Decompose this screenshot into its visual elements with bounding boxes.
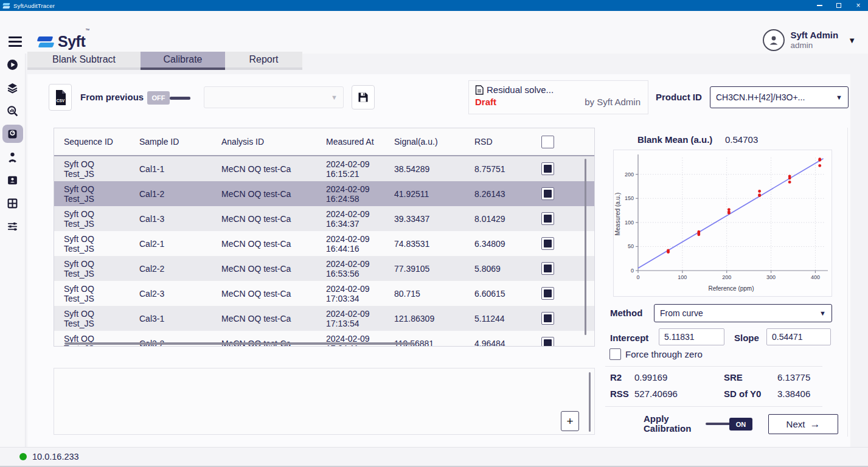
tab-blank-subtract[interactable]: Blank Subtract [27, 52, 141, 70]
save-floppy-icon [357, 91, 369, 103]
select-all-checkbox[interactable] [541, 136, 554, 148]
column-header: Sequence ID [64, 137, 139, 147]
syft-logo: Syft™ [38, 33, 89, 50]
minimize-icon[interactable] [810, 0, 829, 11]
cell-rsd: 5.8069 [474, 264, 541, 274]
cell-sample-id: Cal2-3 [139, 289, 221, 299]
doc-author: by Syft Admin [585, 97, 641, 107]
blank-mean-value: 0.54703 [725, 134, 758, 145]
tab-report[interactable]: Report [225, 52, 302, 70]
cell-analysis-id: MeCN OQ test-Ca [221, 314, 326, 323]
doc-name: Residual solve... [487, 85, 554, 95]
cell-sample-id: Cal2-2 [139, 264, 221, 274]
cell-measured-at: 2024-02-0917:13:54 [326, 309, 394, 328]
table-row[interactable]: Syft OQ Test_JSCal1-1MeCN OQ test-Ca2024… [54, 156, 594, 181]
add-button[interactable]: + [561, 411, 579, 431]
intercept-field[interactable]: 5.11831 [659, 328, 724, 345]
stat-label: SRE [724, 372, 777, 382]
cell-analysis-id: MeCN OQ test-Ca [221, 264, 326, 274]
table-horizontal-scrollbar[interactable] [64, 342, 414, 345]
stat-label: SD of Y0 [724, 389, 777, 399]
window-title: SyftAuditTracer [13, 2, 55, 9]
row-checkbox[interactable] [541, 337, 554, 347]
table-vertical-scrollbar[interactable] [585, 159, 586, 335]
save-button[interactable] [352, 85, 375, 109]
sidebar-item-grid-table[interactable] [2, 194, 23, 212]
menu-icon[interactable] [9, 36, 22, 47]
cell-signal: 39.33437 [394, 214, 474, 224]
cell-signal: 38.54289 [394, 164, 474, 174]
sidebar-item-search-analytics[interactable] [2, 102, 23, 120]
row-checkbox[interactable] [541, 287, 554, 300]
sidebar [0, 54, 26, 447]
divider [605, 366, 822, 367]
cell-sequence-id: Syft OQ Test_JS [64, 184, 115, 204]
apply-calibration-label: Apply Calibration [644, 414, 704, 434]
panel-scroll-track[interactable] [847, 128, 848, 437]
cell-rsd: 8.75751 [474, 164, 541, 174]
notes-vertical-scrollbar[interactable] [589, 372, 591, 432]
slope-field[interactable]: 0.54471 [766, 328, 831, 345]
sidebar-item-layers[interactable] [2, 78, 23, 97]
cell-signal: 121.86309 [394, 314, 474, 323]
cell-analysis-id: MeCN OQ test-Ca [221, 289, 326, 299]
calibration-doc-card[interactable]: Residual solve... Draft by Syft Admin [468, 80, 648, 114]
stat-value: 0.99169 [634, 372, 724, 382]
user-role: admin [791, 40, 839, 50]
table-row[interactable]: Syft OQ Test_JSCal1-3MeCN OQ test-Ca2024… [54, 206, 594, 231]
from-previous-toggle[interactable]: OFF [147, 91, 170, 105]
row-checkbox[interactable] [541, 212, 554, 225]
row-checkbox[interactable] [541, 237, 554, 250]
calibration-curve-chart: 0100200300400050100150200Reference (ppm)… [613, 150, 832, 297]
method-select[interactable]: From curve ▼ [654, 304, 832, 322]
row-checkbox[interactable] [541, 162, 554, 175]
close-icon[interactable]: × [849, 0, 868, 11]
sidebar-item-person[interactable] [2, 148, 23, 166]
cell-signal: 41.92511 [394, 189, 474, 199]
user-menu[interactable]: Syft Admin admin ▼ [763, 29, 856, 51]
tab-calibrate[interactable]: Calibrate [141, 52, 225, 70]
cell-sequence-id: Syft OQ Test_JS [64, 284, 115, 303]
chevron-down-icon[interactable]: ▼ [848, 36, 856, 45]
cell-signal: 80.715 [394, 289, 474, 299]
row-checkbox[interactable] [541, 187, 554, 200]
from-previous-toggle-track[interactable] [170, 97, 190, 100]
force-through-zero-label: Force through zero [625, 349, 703, 359]
svg-text:0: 0 [631, 268, 634, 274]
column-header: Sample ID [139, 137, 221, 147]
force-through-zero-checkbox[interactable] [609, 348, 621, 360]
intercept-label: Intercept [610, 333, 648, 343]
table-row[interactable]: Syft OQ Test_JSCal1-2MeCN OQ test-Ca2024… [54, 181, 594, 206]
table-row[interactable]: Syft OQ Test_JSCal2-3MeCN OQ test-Ca2024… [54, 281, 594, 306]
table-row[interactable]: Syft OQ Test_JSCal2-2MeCN OQ test-Ca2024… [54, 256, 594, 281]
row-checkbox[interactable] [541, 312, 554, 325]
cell-rsd: 6.60615 [474, 289, 541, 299]
table-row[interactable]: Syft OQ Test_JSCal3-1MeCN OQ test-Ca2024… [54, 306, 594, 331]
apply-calibration-toggle[interactable]: ON [729, 418, 752, 431]
product-id-select[interactable]: CH3CN.H+[42]/H3O+... ▼ [710, 86, 849, 108]
previous-calibration-select[interactable]: ▼ [204, 86, 344, 108]
svg-text:400: 400 [811, 274, 820, 280]
cell-rsd: 5.11244 [474, 314, 541, 323]
export-csv-button[interactable]: CSV [49, 84, 72, 111]
column-header: Measured At [326, 137, 394, 147]
maximize-icon[interactable] [829, 0, 849, 11]
cell-analysis-id: MeCN OQ test-Ca [221, 189, 326, 199]
cell-sequence-id: Syft OQ Test_JS [64, 209, 115, 229]
chevron-down-icon: ▼ [331, 94, 338, 101]
cell-measured-at: 2024-02-0917:03:34 [326, 284, 394, 303]
sidebar-item-contact-card[interactable] [2, 171, 23, 189]
apply-calibration-toggle-track[interactable] [706, 423, 731, 425]
sidebar-item-play-circle[interactable] [2, 55, 23, 74]
row-checkbox[interactable] [541, 262, 554, 275]
csv-file-icon: CSV [54, 89, 68, 106]
sidebar-item-scale[interactable] [2, 125, 23, 143]
sidebar-item-tune-sliders[interactable] [2, 217, 23, 235]
next-button[interactable]: Next → [768, 414, 838, 434]
window-titlebar: SyftAuditTracer × [0, 0, 868, 11]
table-row[interactable]: Syft OQ Test_JSCal2-1MeCN OQ test-Ca2024… [54, 231, 594, 256]
syft-logo-icon [38, 36, 54, 48]
stat-value: 6.13775 [777, 372, 829, 382]
calibration-table: Sequence IDSample IDAnalysis IDMeasured … [54, 128, 595, 347]
svg-text:Reference (ppm): Reference (ppm) [708, 285, 754, 292]
